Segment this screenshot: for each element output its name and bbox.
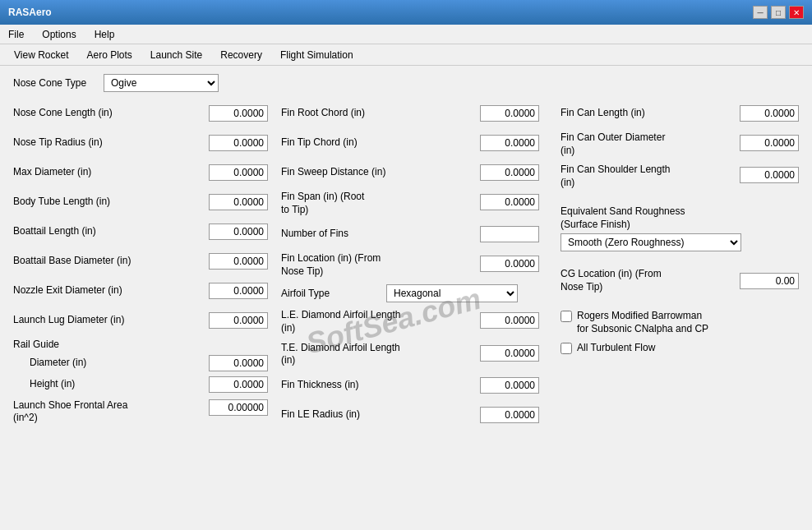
body-tube-length-input[interactable] [209, 194, 268, 210]
fin-can-shoulder-length-row: Fin Can Shoulder Length(in) [561, 164, 799, 189]
nav-launch-site[interactable]: Launch Site [143, 47, 210, 63]
fin-thickness-label: Fin Thickness (in) [281, 379, 480, 392]
minimize-button[interactable]: ─ [753, 6, 768, 19]
le-diamond-label: L.E. Diamond Airfoil Length(in) [281, 309, 480, 334]
boattail-length-input[interactable] [209, 224, 268, 240]
airfoil-type-row: Airfoil Type Hexagonal Double Wedge NACA… [281, 284, 539, 302]
fin-le-radius-row: Fin LE Radius (in) [281, 403, 539, 426]
le-diamond-input[interactable] [480, 312, 539, 329]
nav-view-rocket[interactable]: View Rocket [7, 47, 76, 63]
roughness-sublabel: (Surface Finish) [561, 219, 799, 230]
rail-guide-diameter-input[interactable] [209, 355, 268, 371]
max-diameter-row: Max Diameter (in) [13, 161, 268, 184]
nose-tip-radius-row: Nose Tip Radius (in) [13, 131, 268, 154]
nav-aero-plots[interactable]: Aero Plots [79, 47, 139, 63]
launch-lug-diameter-row: Launch Lug Diameter (in) [13, 309, 268, 332]
number-of-fins-input[interactable] [480, 226, 539, 242]
nose-tip-radius-input[interactable] [209, 135, 268, 151]
fin-tip-chord-row: Fin Tip Chord (in) [281, 131, 539, 154]
boattail-length-label: Boattail Length (in) [13, 225, 209, 238]
all-turbulent-flow-row: All Turbulent Flow [561, 341, 799, 355]
nozzle-exit-diameter-label: Nozzle Exit Diameter (in) [13, 284, 209, 297]
middle-column: Fin Root Chord (in) Fin Tip Chord (in) F… [281, 102, 539, 433]
roughness-section: Equivalent Sand Roughness (Surface Finis… [561, 205, 799, 260]
nav-bar: View Rocket Aero Plots Launch Site Recov… [0, 44, 812, 66]
maximize-button[interactable]: □ [771, 6, 786, 19]
launch-shoe-row: Launch Shoe Frontal Area(in^2) [13, 399, 268, 425]
fin-can-length-row: Fin Can Length (in) [561, 102, 799, 125]
boattail-base-diameter-row: Boattail Base Diameter (in) [13, 250, 268, 273]
fin-tip-chord-input[interactable] [480, 135, 539, 151]
boattail-base-diameter-label: Boattail Base Diameter (in) [13, 255, 209, 268]
fin-can-length-input[interactable] [740, 105, 799, 122]
menu-options[interactable]: Options [37, 27, 81, 42]
rail-guide-height-input[interactable] [209, 376, 268, 393]
max-diameter-input[interactable] [209, 164, 268, 181]
fin-span-input[interactable] [480, 194, 539, 210]
rail-guide-label: Rail Guide [13, 339, 268, 352]
nose-cone-type-select[interactable]: Ogive Conical Parabolic Von Karman [104, 74, 219, 92]
all-turbulent-flow-checkbox[interactable] [561, 343, 572, 354]
fin-can-outer-diameter-label: Fin Can Outer Diameter(in) [561, 131, 740, 157]
fin-can-shoulder-length-label: Fin Can Shoulder Length(in) [561, 164, 740, 189]
fin-sweep-distance-input[interactable] [480, 164, 539, 181]
launch-shoe-label: Launch Shoe Frontal Area(in^2) [13, 399, 209, 425]
fin-sweep-distance-label: Fin Sweep Distance (in) [281, 166, 480, 179]
menu-help[interactable]: Help [90, 27, 120, 42]
boattail-length-row: Boattail Length (in) [13, 220, 268, 243]
rail-guide-diameter-label: Diameter (in) [30, 357, 209, 370]
fin-thickness-row: Fin Thickness (in) [281, 374, 539, 397]
fin-le-radius-input[interactable] [480, 407, 539, 423]
fin-root-chord-input[interactable] [480, 105, 539, 122]
cg-location-input[interactable] [740, 273, 799, 289]
fin-can-length-label: Fin Can Length (in) [561, 107, 740, 120]
menu-bar: File Options Help [0, 25, 812, 44]
fin-root-chord-row: Fin Root Chord (in) [281, 102, 539, 125]
close-button[interactable]: ✕ [789, 6, 804, 19]
fin-span-label: Fin Span (in) (Rootto Tip) [281, 191, 480, 216]
airfoil-type-select[interactable]: Hexagonal Double Wedge NACA 4-Digit Subs… [386, 284, 518, 302]
number-of-fins-row: Number of Fins [281, 223, 539, 246]
fin-can-outer-diameter-input[interactable] [740, 135, 799, 151]
nose-cone-length-input[interactable] [209, 105, 268, 122]
nav-recovery[interactable]: Recovery [213, 47, 270, 63]
nav-flight-simulation[interactable]: Flight Simulation [273, 47, 361, 63]
fin-location-row: Fin Location (in) (FromNose Tip) [281, 252, 539, 278]
te-diamond-label: T.E. Diamond Airfoil Length(in) [281, 342, 480, 367]
fin-can-outer-diameter-row: Fin Can Outer Diameter(in) [561, 131, 799, 157]
all-turbulent-flow-label: All Turbulent Flow [577, 341, 655, 355]
fin-thickness-input[interactable] [480, 377, 539, 394]
fin-location-input[interactable] [480, 256, 539, 272]
rogers-barrowman-row: Rogers Modified Barrowmanfor Subsonic CN… [561, 309, 799, 337]
boattail-base-diameter-input[interactable] [209, 253, 268, 270]
rail-guide-section: Rail Guide Diameter (in) Height (in) [13, 339, 268, 393]
rogers-barrowman-label: Rogers Modified Barrowmanfor Subsonic CN… [577, 309, 708, 337]
fin-location-label: Fin Location (in) (FromNose Tip) [281, 252, 480, 278]
rail-guide-diameter-row: Diameter (in) [13, 355, 268, 371]
menu-file[interactable]: File [3, 27, 29, 42]
fin-root-chord-label: Fin Root Chord (in) [281, 107, 480, 120]
window-title: RASAero [8, 7, 52, 18]
nozzle-exit-diameter-row: Nozzle Exit Diameter (in) [13, 279, 268, 302]
te-diamond-row: T.E. Diamond Airfoil Length(in) [281, 342, 539, 367]
nose-tip-radius-label: Nose Tip Radius (in) [13, 136, 209, 150]
left-column: Nose Cone Length (in) Nose Tip Radius (i… [13, 102, 268, 433]
nose-cone-type-label: Nose Cone Type [13, 77, 95, 89]
roughness-select[interactable]: Smooth (Zero Roughness) Painted Anodized… [561, 233, 741, 251]
roughness-label: Equivalent Sand Roughness [561, 205, 799, 217]
title-bar: RASAero ─ □ ✕ [0, 0, 812, 25]
right-column: Fin Can Length (in) Fin Can Outer Diamet… [552, 102, 799, 433]
airfoil-type-label: Airfoil Type [281, 288, 380, 299]
rail-guide-height-label: Height (in) [30, 378, 209, 391]
rogers-barrowman-checkbox[interactable] [561, 311, 572, 322]
fin-can-shoulder-length-input[interactable] [740, 167, 799, 183]
max-diameter-label: Max Diameter (in) [13, 166, 209, 179]
launch-shoe-input[interactable] [209, 399, 268, 416]
rail-guide-height-row: Height (in) [13, 376, 268, 393]
te-diamond-input[interactable] [480, 345, 539, 362]
nozzle-exit-diameter-input[interactable] [209, 283, 268, 299]
fin-span-row: Fin Span (in) (Rootto Tip) [281, 191, 539, 216]
launch-lug-diameter-input[interactable] [209, 312, 268, 329]
fin-sweep-distance-row: Fin Sweep Distance (in) [281, 161, 539, 184]
cg-location-label: CG Location (in) (FromNose Tip) [561, 268, 740, 293]
